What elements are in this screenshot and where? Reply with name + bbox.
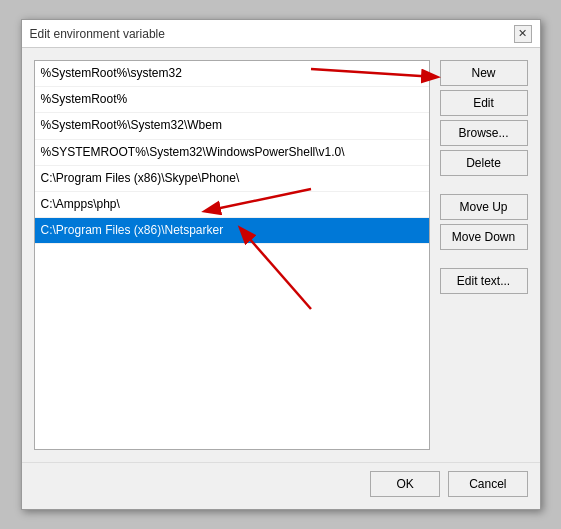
list-item[interactable]: %SystemRoot%\system32 xyxy=(35,61,429,87)
move-buttons-group: Move Up Move Down xyxy=(440,194,528,250)
cancel-button[interactable]: Cancel xyxy=(448,471,527,497)
ok-button[interactable]: OK xyxy=(370,471,440,497)
list-item[interactable]: %SystemRoot% xyxy=(35,87,429,113)
list-item[interactable]: %SystemRoot%\System32\Wbem xyxy=(35,113,429,139)
new-button[interactable]: New xyxy=(440,60,528,86)
dialog-body: %SystemRoot%\system32%SystemRoot%%System… xyxy=(22,48,540,462)
browse-button[interactable]: Browse... xyxy=(440,120,528,146)
list-item[interactable]: C:\Program Files (x86)\Skype\Phone\ xyxy=(35,166,429,192)
edit-env-dialog: Edit environment variable ✕ %SystemRoot%… xyxy=(21,19,541,510)
env-var-list[interactable]: %SystemRoot%\system32%SystemRoot%%System… xyxy=(34,60,430,450)
move-down-button[interactable]: Move Down xyxy=(440,224,528,250)
title-bar: Edit environment variable ✕ xyxy=(22,20,540,48)
list-item[interactable]: %SYSTEMROOT%\System32\WindowsPowerShell\… xyxy=(35,140,429,166)
move-up-button[interactable]: Move Up xyxy=(440,194,528,220)
edit-text-button[interactable]: Edit text... xyxy=(440,268,528,294)
close-button[interactable]: ✕ xyxy=(514,25,532,43)
dialog-title: Edit environment variable xyxy=(30,27,165,41)
dialog-footer: OK Cancel xyxy=(22,462,540,509)
edit-text-group: Edit text... xyxy=(440,268,528,294)
list-item[interactable]: C:\Ampps\php\ xyxy=(35,192,429,218)
action-buttons-panel: New Edit Browse... Delete Move Up Move D… xyxy=(440,60,528,450)
list-item[interactable]: C:\Program Files (x86)\Netsparker xyxy=(35,218,429,244)
edit-button[interactable]: Edit xyxy=(440,90,528,116)
delete-button[interactable]: Delete xyxy=(440,150,528,176)
top-buttons-group: New Edit Browse... Delete xyxy=(440,60,528,176)
